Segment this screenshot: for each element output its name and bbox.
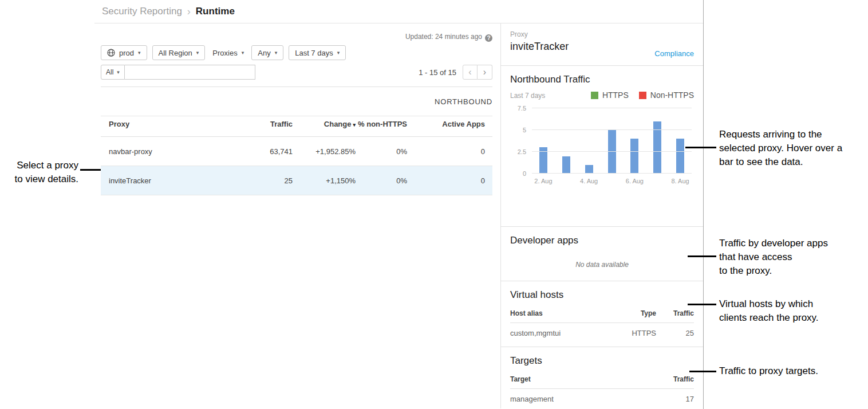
help-icon[interactable]: ? xyxy=(485,34,492,42)
search-scope-label: All xyxy=(106,68,113,76)
search-input[interactable] xyxy=(125,65,255,80)
cell-change: +1,150% xyxy=(293,166,356,195)
updated-status: Updated: 24 minutes ago? xyxy=(101,33,492,42)
column-header-traffic[interactable]: Traffic xyxy=(247,116,293,137)
annotation-virtual-hosts: Virtual hosts by which clients reach the… xyxy=(719,297,867,325)
cell-non-https: 0% xyxy=(356,137,407,166)
chart-bar-slot xyxy=(532,108,555,174)
virtual-host-row[interactable]: custom,mgmtui HTTPS 25 xyxy=(510,323,694,343)
y-tick-label: 7.5 xyxy=(518,105,526,112)
globe-icon xyxy=(107,49,115,57)
proxies-label: Proxies xyxy=(212,49,237,57)
chart-bar-slot xyxy=(601,108,624,174)
chart-bar[interactable] xyxy=(562,156,570,174)
environment-label: prod xyxy=(119,49,134,57)
chart-subheader-row: Last 7 days HTTPS Non-HTTPS xyxy=(510,91,694,100)
cell-non-https: 0% xyxy=(356,166,407,195)
search-toolbar: All ▾ 1 - 15 of 15 ‹ › xyxy=(101,65,492,80)
y-tick-label: 5 xyxy=(523,127,526,133)
column-header-non-https[interactable]: % non-HTTPS xyxy=(356,116,407,137)
cell-active-apps: 0 xyxy=(407,166,492,195)
previous-page-button[interactable]: ‹ xyxy=(463,65,478,80)
targets-table: Target Traffic management 17 xyxy=(510,372,694,408)
column-header-traffic: Traffic xyxy=(656,306,694,323)
security-reporting-app: Security Reporting › Runtime Updated: 24… xyxy=(94,0,704,409)
cell-proxy: navbar-proxy xyxy=(101,137,247,166)
column-header-target: Target xyxy=(510,372,656,389)
chevron-down-icon: ▾ xyxy=(242,50,244,56)
x-tick-label: 4. Aug xyxy=(578,178,601,184)
column-header-proxy[interactable]: Proxy xyxy=(101,116,247,137)
northbound-group-label: NORTHBOUND xyxy=(101,87,492,116)
chart-bar-slot xyxy=(669,108,692,174)
column-header-host-alias: Host alias xyxy=(510,306,605,323)
northbound-traffic-chart: 02.557.5 2. Aug4. Aug6. Aug8. Aug xyxy=(510,108,694,184)
proxy-table: NORTHBOUND Proxy Traffic Change▾ % non-H… xyxy=(101,86,492,195)
table-group-header: NORTHBOUND xyxy=(101,87,492,116)
detail-kicker: Proxy xyxy=(510,30,694,38)
detail-header-section: Proxy inviteTracker Compliance xyxy=(501,23,703,66)
x-tick-label xyxy=(601,178,624,184)
targets-heading: Targets xyxy=(510,355,694,367)
x-tick-label: 2. Aug xyxy=(532,178,555,184)
x-tick-label: 8. Aug xyxy=(669,178,692,184)
date-range-dropdown[interactable]: Last 7 days ▾ xyxy=(289,45,346,60)
region-dropdown[interactable]: All Region ▾ xyxy=(152,45,206,60)
chart-bar-slot xyxy=(623,108,646,174)
northbound-traffic-heading: Northbound Traffic xyxy=(510,74,694,85)
developer-apps-heading: Developer apps xyxy=(510,235,694,246)
region-label: All Region xyxy=(159,49,192,57)
any-dropdown[interactable]: Any ▾ xyxy=(251,45,283,60)
callout-line xyxy=(688,255,716,257)
detail-panel: Proxy inviteTracker Compliance Northboun… xyxy=(501,23,703,408)
sort-desc-icon: ▾ xyxy=(353,122,356,128)
column-header-active-apps[interactable]: Active Apps xyxy=(407,116,492,137)
chart-gridline xyxy=(532,173,692,174)
target-row[interactable]: management 17 xyxy=(510,389,694,409)
date-range-label: Last 7 days xyxy=(295,49,333,57)
chart-bars xyxy=(532,108,692,174)
legend-label-non-https: Non-HTTPS xyxy=(650,91,694,100)
chevron-down-icon: ▾ xyxy=(337,50,340,56)
cell-traffic: 63,741 xyxy=(247,137,293,166)
column-header-type: Type xyxy=(605,306,656,323)
chart-bar-slot xyxy=(646,108,669,174)
app-body: Updated: 24 minutes ago? prod ▾ All Regi… xyxy=(94,23,703,408)
environment-dropdown[interactable]: prod ▾ xyxy=(101,45,147,60)
non-https-swatch-icon xyxy=(639,92,646,99)
search-scope-dropdown[interactable]: All ▾ xyxy=(101,65,125,80)
chart-bar[interactable] xyxy=(630,139,638,174)
column-header-change[interactable]: Change▾ xyxy=(293,116,356,137)
annotation-northbound-chart: Requests arriving to the selected proxy.… xyxy=(719,128,867,169)
chart-bar[interactable] xyxy=(585,165,593,174)
cell-proxy: inviteTracker xyxy=(101,166,247,195)
virtual-hosts-table: Host alias Type Traffic custom,mgmtui HT… xyxy=(510,306,694,343)
chart-bar[interactable] xyxy=(676,139,684,174)
compliance-link[interactable]: Compliance xyxy=(654,49,694,58)
chart-gridline xyxy=(532,129,692,130)
cell-traffic: 25 xyxy=(247,166,293,195)
cell-traffic: 17 xyxy=(656,389,694,409)
cell-host-alias: custom,mgmtui xyxy=(510,323,605,343)
x-tick-label xyxy=(555,178,578,184)
northbound-traffic-section: Northbound Traffic Last 7 days HTTPS Non… xyxy=(501,66,703,227)
annotation-targets: Traffic to proxy targets. xyxy=(719,364,867,378)
chevron-down-icon: ▾ xyxy=(196,50,199,56)
updated-text: Updated: 24 minutes ago xyxy=(405,33,482,41)
chart-y-axis: 02.557.5 xyxy=(510,108,532,174)
breadcrumb-parent[interactable]: Security Reporting xyxy=(102,6,182,17)
chart-gridline xyxy=(532,151,692,152)
pagination-range: 1 - 15 of 15 xyxy=(419,68,456,77)
y-tick-label: 2.5 xyxy=(518,148,526,155)
chart-period-label: Last 7 days xyxy=(510,92,545,100)
proxies-dropdown[interactable]: Proxies ▾ xyxy=(210,45,246,60)
callout-line xyxy=(80,169,101,171)
table-row-invitetracker[interactable]: inviteTracker 25 +1,150% 0% 0 xyxy=(101,166,492,195)
chart-plot-area: 2. Aug4. Aug6. Aug8. Aug xyxy=(532,108,694,184)
chart-plot xyxy=(532,108,692,174)
callout-line xyxy=(689,371,716,372)
virtual-hosts-section: Virtual hosts Host alias Type Traffic cu… xyxy=(501,281,703,347)
next-page-button[interactable]: › xyxy=(478,65,492,80)
table-row-navbar-proxy[interactable]: navbar-proxy 63,741 +1,952.85% 0% 0 xyxy=(101,137,492,166)
x-tick-label xyxy=(646,178,669,184)
